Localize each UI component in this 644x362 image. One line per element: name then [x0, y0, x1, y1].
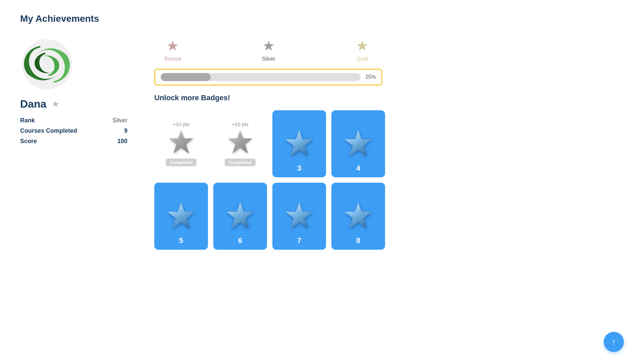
courses-value: 9: [124, 127, 127, 134]
rank-stat-row: Rank Silver: [20, 117, 127, 124]
rank-label: Rank: [20, 117, 35, 124]
badge-card-3[interactable]: 3: [272, 110, 326, 177]
badge-label-2: Completed: [225, 159, 255, 166]
avatar-icon: [20, 38, 74, 91]
rank-star-icon: ★: [52, 99, 59, 109]
rank-value: Silver: [112, 117, 127, 124]
badge-pts-2: +10 pts: [232, 121, 249, 127]
badge-card-2[interactable]: +10 pts Completed: [213, 110, 267, 177]
rank-bronze-item: ★ Bronze: [164, 38, 181, 62]
user-name-row: Dana ★: [20, 98, 59, 110]
svg-marker-8: [345, 203, 372, 229]
badge-card-1[interactable]: +10 pts Completed: [154, 110, 208, 177]
progress-percent: 25%: [365, 74, 376, 80]
score-stat-row: Score 100: [20, 138, 127, 145]
badge-grid: +10 pts Completed: [154, 110, 624, 250]
badge-star-icon-8: [343, 201, 373, 231]
page-title: My Achievements: [20, 13, 624, 24]
svg-marker-6: [227, 203, 254, 229]
gold-star-icon: ★: [356, 38, 369, 54]
user-panel: Dana ★ Rank Silver Courses Completed 9 S…: [20, 38, 127, 148]
badge-number-6: 6: [238, 236, 242, 245]
svg-marker-1: [169, 130, 193, 154]
user-name: Dana: [20, 98, 46, 110]
page-container: My Achievements: [0, 0, 644, 263]
progress-bar-background: [161, 73, 361, 81]
badges-panel: ★ Bronze ★ Silver ★ Gold 25%: [154, 38, 624, 250]
badge-star-icon-6: [225, 201, 255, 231]
svg-marker-2: [228, 130, 252, 154]
svg-marker-5: [168, 203, 195, 229]
scroll-top-button[interactable]: ↑: [604, 332, 624, 352]
rank-silver-item: ★ Silver: [262, 38, 275, 62]
badge-card-6[interactable]: 6: [213, 183, 267, 250]
badge-label-1: Completed: [166, 159, 196, 166]
svg-marker-7: [286, 203, 313, 229]
score-value: 100: [117, 138, 127, 145]
bronze-star-icon: ★: [166, 38, 179, 54]
badge-number-7: 7: [297, 236, 301, 245]
score-label: Score: [20, 138, 37, 145]
unlock-text: Unlock more Badges!: [154, 94, 624, 102]
avatar: [20, 38, 74, 91]
badge-star-icon-1: [168, 129, 195, 156]
gold-label: Gold: [357, 56, 368, 62]
badge-star-icon-4: [343, 129, 373, 159]
badge-number-5: 5: [179, 236, 183, 245]
badge-card-4[interactable]: 4: [331, 110, 385, 177]
badge-number-8: 8: [356, 236, 360, 245]
badge-star-icon-2: [227, 129, 254, 156]
badge-number-4: 4: [356, 164, 360, 173]
svg-marker-4: [345, 130, 372, 156]
badge-star-icon-7: [284, 201, 314, 231]
bronze-label: Bronze: [164, 56, 181, 62]
badge-card-8[interactable]: 8: [331, 183, 385, 250]
badge-card-7[interactable]: 7: [272, 183, 326, 250]
silver-star-icon: ★: [262, 38, 275, 54]
courses-stat-row: Courses Completed 9: [20, 127, 127, 134]
badge-star-icon-3: [284, 129, 314, 159]
progress-bar-wrapper: 25%: [161, 73, 376, 81]
silver-label: Silver: [262, 56, 275, 62]
courses-label: Courses Completed: [20, 127, 77, 134]
badge-card-5[interactable]: 5: [154, 183, 208, 250]
badge-number-3: 3: [297, 164, 301, 173]
rank-icons-row: ★ Bronze ★ Silver ★ Gold: [154, 38, 624, 62]
main-content: Dana ★ Rank Silver Courses Completed 9 S…: [20, 38, 624, 250]
badge-star-icon-5: [166, 201, 196, 231]
rank-gold-item: ★ Gold: [356, 38, 369, 62]
user-stats: Rank Silver Courses Completed 9 Score 10…: [20, 117, 127, 148]
badge-pts-1: +10 pts: [173, 121, 190, 127]
svg-marker-3: [286, 130, 313, 156]
progress-container: 25%: [154, 69, 382, 85]
progress-bar-fill: [161, 73, 211, 81]
